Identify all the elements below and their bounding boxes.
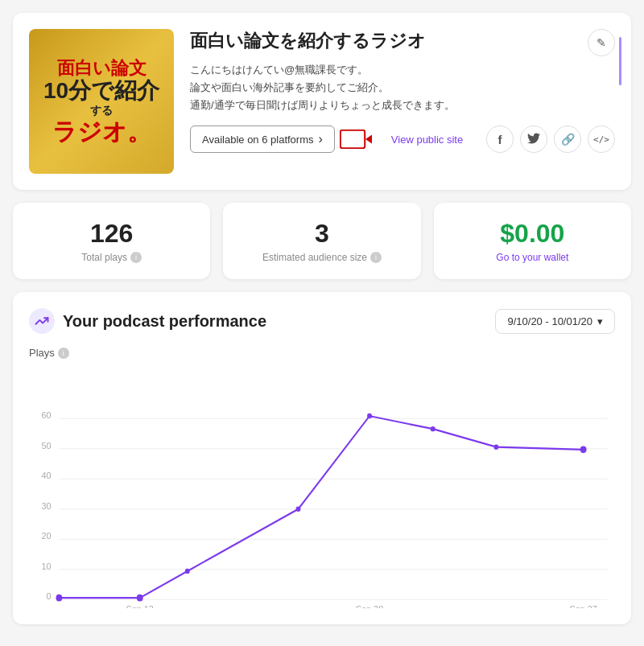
svg-point-16: [56, 595, 62, 602]
wallet-link[interactable]: Go to your wallet: [453, 252, 612, 263]
embed-button[interactable]: </>: [588, 125, 615, 153]
podcast-actions: Available on 6 platforms View public sit…: [190, 125, 615, 153]
twitter-button[interactable]: [520, 125, 547, 153]
svg-text:40: 40: [42, 471, 52, 481]
platforms-button[interactable]: Available on 6 platforms: [190, 125, 335, 153]
artwork-line2: 10分で紹介: [43, 79, 159, 104]
plays-info-icon[interactable]: i: [58, 348, 69, 359]
podcast-info: ✎ 面白い論文を紹介するラジオ こんにちはけんてい@無職課長です。 論文や面白い…: [190, 29, 615, 153]
stat-card-audience: 3 Estimated audience size i: [223, 203, 420, 279]
chevron-down-icon: ▾: [597, 315, 603, 327]
svg-text:30: 30: [42, 500, 52, 511]
svg-text:Sep 13: Sep 13: [126, 604, 154, 608]
trend-icon: [29, 308, 55, 334]
performance-title: Your podcast performance: [29, 308, 266, 334]
performance-header: Your podcast performance 9/10/20 - 10/01…: [29, 308, 615, 334]
svg-text:60: 60: [42, 410, 52, 421]
total-plays-value: 126: [32, 219, 191, 249]
stat-card-wallet: $0.00 Go to your wallet: [434, 203, 631, 279]
svg-point-22: [493, 444, 498, 449]
podcast-card: 面白い論文 10分で紹介 する ラジオ。 ✎ 面白い論文を紹介するラジオ こんに…: [13, 13, 631, 190]
artwork-line3: する: [90, 104, 113, 118]
scrollbar: [619, 37, 621, 85]
total-plays-label: Total plays i: [32, 252, 191, 263]
annotation-arrow: [340, 130, 372, 149]
svg-point-21: [431, 426, 436, 431]
svg-text:Sep 27: Sep 27: [570, 604, 597, 608]
podcast-artwork: 面白い論文 10分で紹介 する ラジオ。: [29, 29, 174, 174]
link-button[interactable]: 🔗: [554, 125, 581, 153]
main-container: 面白い論文 10分で紹介 する ラジオ。 ✎ 面白い論文を紹介するラジオ こんに…: [0, 0, 644, 637]
svg-text:0: 0: [47, 591, 52, 602]
svg-point-23: [580, 446, 587, 454]
svg-text:20: 20: [42, 531, 52, 541]
audience-info-icon[interactable]: i: [370, 252, 382, 263]
facebook-icon: f: [498, 133, 502, 146]
performance-title-text: Your podcast performance: [63, 312, 266, 331]
svg-rect-0: [341, 130, 365, 148]
view-site-label: View public site: [391, 134, 463, 146]
podcast-title: 面白い論文を紹介するラジオ: [190, 29, 615, 53]
desc-line2: 論文や面白い海外記事を要約してご紹介。: [190, 79, 615, 97]
edit-button[interactable]: ✎: [588, 29, 615, 56]
svg-marker-1: [365, 135, 372, 144]
desc-line3: 通勤/通学で毎日聞けば周りよりちょっと成長できます。: [190, 97, 615, 114]
facebook-button[interactable]: f: [486, 125, 514, 153]
plays-label: Plays i: [29, 347, 615, 359]
audience-value: 3: [242, 219, 401, 249]
stat-card-plays: 126 Total plays i: [13, 203, 210, 279]
artwork-line4: ラジオ。: [52, 118, 151, 145]
svg-point-20: [367, 414, 372, 418]
performance-section: Your podcast performance 9/10/20 - 10/01…: [13, 292, 631, 624]
svg-point-18: [185, 569, 190, 574]
desc-line1: こんにちはけんてい@無職課長です。: [190, 61, 615, 79]
platforms-label: Available on 6 platforms: [202, 134, 314, 146]
date-range-text: 9/10/20 - 10/01/20: [507, 315, 592, 327]
link-icon: 🔗: [561, 133, 575, 146]
date-range-button[interactable]: 9/10/20 - 10/01/20 ▾: [495, 309, 615, 334]
stats-row: 126 Total plays i 3 Estimated audience s…: [13, 203, 631, 279]
social-icons: f 🔗 </>: [486, 125, 615, 153]
svg-point-19: [296, 507, 301, 512]
twitter-icon: [527, 133, 540, 146]
svg-point-17: [137, 595, 143, 602]
artwork-line1: 面白い論文: [57, 58, 147, 79]
svg-text:Sep 20: Sep 20: [356, 604, 383, 608]
artwork-inner: 面白い論文 10分で紹介 する ラジオ。: [29, 29, 174, 174]
svg-text:10: 10: [42, 561, 52, 571]
podcast-description: こんにちはけんてい@無職課長です。 論文や面白い海外記事を要約してご紹介。 通勤…: [190, 61, 615, 114]
embed-icon: </>: [593, 134, 609, 145]
wallet-value: $0.00: [453, 219, 612, 249]
total-plays-info-icon[interactable]: i: [130, 252, 142, 263]
audience-label: Estimated audience size i: [242, 252, 401, 263]
svg-text:50: 50: [42, 440, 52, 451]
edit-icon: ✎: [597, 36, 606, 49]
view-public-site-button[interactable]: View public site: [380, 128, 474, 151]
performance-chart: 0 10 20 30 40 50 60: [29, 367, 615, 608]
chart-container: 0 10 20 30 40 50 60: [29, 367, 615, 608]
